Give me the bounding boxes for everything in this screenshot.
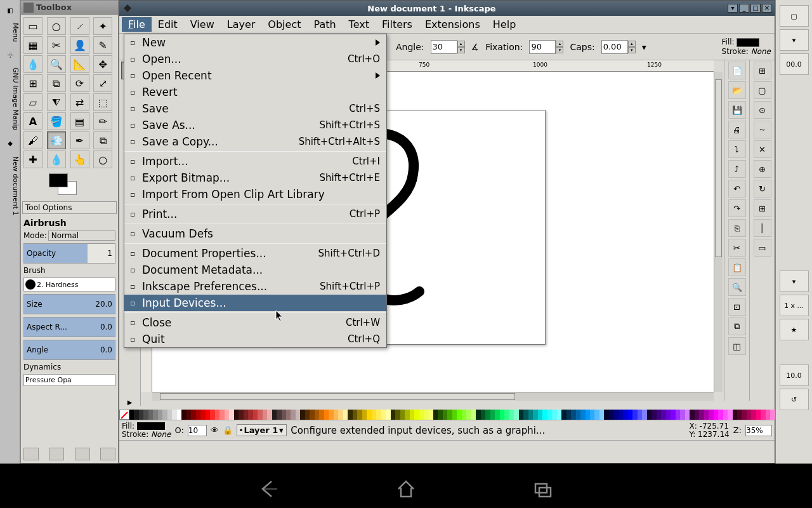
zoom-page-icon[interactable]: ⊡ (728, 298, 746, 316)
palette-swatch[interactable] (580, 410, 585, 420)
recent-button[interactable] (532, 478, 554, 500)
palette-swatch[interactable] (628, 410, 632, 420)
tool-rotate[interactable]: ⟳ (70, 74, 89, 92)
palette-swatch[interactable] (714, 410, 718, 420)
tool-perspective[interactable]: ⧨ (47, 93, 66, 111)
snap-node-icon[interactable]: ⊙ (754, 101, 771, 119)
opacity-slider[interactable]: Opacity 1 (23, 243, 115, 264)
palette-swatch[interactable] (756, 410, 761, 420)
palette-swatch[interactable] (305, 410, 310, 420)
palette-swatch[interactable] (172, 410, 176, 420)
brush-selector[interactable]: 2. Hardness (23, 277, 115, 291)
tool-scale[interactable]: ⤢ (93, 74, 112, 92)
palette-swatch[interactable] (258, 410, 262, 420)
toolbar-dropdown-arrow[interactable]: ▾ (642, 42, 646, 52)
palette-swatch[interactable] (267, 410, 272, 420)
inkscape-titlebar[interactable]: New document 1 - Inkscape ▾ _ □ ✕ (119, 1, 775, 16)
minimize-button[interactable]: ▾ (728, 4, 738, 13)
palette-swatch[interactable] (457, 410, 461, 420)
palette-swatch[interactable] (139, 410, 143, 420)
save-preset-icon[interactable] (23, 448, 39, 460)
palette-swatch[interactable] (571, 410, 575, 420)
tool-by-color[interactable]: ▦ (23, 36, 43, 54)
angle-up[interactable]: ▴ (457, 41, 465, 47)
v-scroll-thumb[interactable] (715, 79, 722, 257)
menu-extensions[interactable]: Extensions (419, 17, 487, 32)
file-menu-item[interactable]: ▫Save a Copy...Shift+Ctrl+Alt+S (124, 133, 386, 150)
snap-center-icon[interactable]: ⊕ (754, 160, 771, 178)
palette-swatch[interactable] (533, 410, 537, 420)
rs-brush-preview[interactable]: ★ (780, 319, 809, 340)
palette-swatch[interactable] (742, 410, 746, 420)
palette-swatch[interactable] (229, 410, 233, 420)
caps-input[interactable] (601, 40, 628, 54)
palette-swatch[interactable] (282, 410, 286, 420)
horizontal-scrollbar[interactable] (152, 392, 714, 401)
no-color-swatch[interactable] (119, 410, 129, 420)
palette-swatch[interactable] (225, 410, 229, 420)
dock-inkscape-icon[interactable]: ◆ (0, 133, 20, 154)
fill-swatch-top[interactable] (737, 38, 759, 47)
tool-smudge[interactable]: 👆 (70, 150, 89, 168)
stroke-value-top[interactable]: None (751, 47, 771, 56)
fixation-up[interactable]: ▴ (556, 41, 563, 47)
menu-edit[interactable]: Edit (152, 17, 184, 32)
palette-swatch[interactable] (504, 410, 509, 420)
file-menu-item[interactable]: ▫Export Bitmap...Shift+Ctrl+E (124, 170, 386, 186)
palette-swatch[interactable] (343, 410, 348, 420)
tool-dodge[interactable]: ○ (93, 150, 112, 168)
tool-paintbrush[interactable]: 🖌 (23, 131, 43, 149)
palette-swatch[interactable] (471, 410, 476, 420)
tool-zoom[interactable]: 🔍 (47, 55, 66, 73)
palette-swatch[interactable] (438, 410, 442, 420)
snap-grid-icon[interactable]: ⊞ (754, 199, 771, 217)
file-menu-item[interactable]: ▫Vacuum Defs (124, 225, 386, 242)
palette-swatch[interactable] (362, 410, 367, 420)
palette-swatch[interactable] (376, 410, 381, 420)
palette-swatch[interactable] (253, 410, 258, 420)
menu-help[interactable]: Help (487, 17, 522, 32)
menu-path[interactable]: Path (307, 17, 342, 32)
menu-layer[interactable]: Layer (221, 17, 262, 32)
tool-paths[interactable]: ✎ (93, 36, 112, 54)
palette-swatch[interactable] (632, 410, 637, 420)
palette-swatch[interactable] (391, 410, 395, 420)
palette-swatch[interactable] (206, 410, 210, 420)
tool-crop[interactable]: ⧉ (47, 74, 66, 92)
palette-swatch[interactable] (695, 410, 699, 420)
angle-down[interactable]: ▾ (457, 47, 465, 53)
palette-swatch[interactable] (599, 410, 604, 420)
dock-gimp-icon[interactable]: 🐺 (0, 44, 20, 65)
palette-swatch[interactable] (429, 410, 433, 420)
rs-val3[interactable]: 10.0 (780, 364, 809, 386)
palette-swatch[interactable] (676, 410, 680, 420)
delete-preset-icon[interactable] (75, 448, 90, 460)
palette-swatch[interactable] (447, 410, 452, 420)
paste-icon[interactable]: 📋 (728, 258, 746, 276)
palette-swatch[interactable] (747, 410, 751, 420)
palette-swatch[interactable] (210, 410, 214, 420)
palette-swatch[interactable] (181, 410, 186, 420)
palette-swatch[interactable] (476, 410, 480, 420)
menu-object[interactable]: Object (261, 17, 307, 32)
tool-move[interactable]: ✥ (93, 55, 112, 73)
palette-swatch[interactable] (272, 410, 277, 420)
palette-swatch[interactable] (609, 410, 613, 420)
palette-swatch[interactable] (561, 410, 566, 420)
new-doc-icon[interactable]: 📄 (728, 62, 746, 79)
file-menu-item[interactable]: ▫CloseCtrl+W (124, 314, 386, 331)
tool-fuzzy-select[interactable]: ✦ (93, 17, 112, 35)
print-icon[interactable]: 🖨 (728, 121, 746, 138)
palette-swatch[interactable] (623, 410, 627, 420)
tool-ink[interactable]: ✒ (70, 131, 89, 149)
dynamics-selector[interactable]: Pressure Opa (23, 374, 115, 386)
file-menu-item[interactable]: ▫Import From Open Clip Art Library (124, 186, 386, 203)
file-menu-item[interactable]: ▫Print...Ctrl+P (124, 206, 386, 222)
snap-page-icon[interactable]: ▭ (754, 239, 771, 257)
mode-value[interactable]: Normal (48, 231, 115, 241)
palette-swatch[interactable] (690, 410, 694, 420)
palette-swatch[interactable] (547, 410, 552, 420)
tool-blend[interactable]: ▤ (70, 112, 89, 130)
palette-swatch[interactable] (196, 410, 200, 420)
palette-swatch[interactable] (338, 410, 343, 420)
